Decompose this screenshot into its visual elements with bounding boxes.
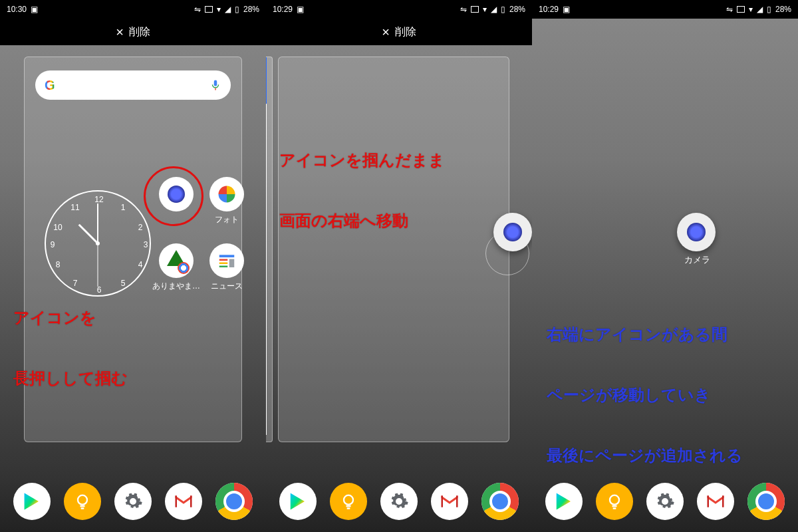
svg-rect-5 <box>229 259 235 268</box>
dock <box>532 483 798 520</box>
app-label: ニュース <box>211 281 243 291</box>
app-label: フォト <box>215 215 239 224</box>
dock-gmail[interactable] <box>165 483 202 520</box>
battery-percent: 28% <box>509 5 525 14</box>
dock-tips[interactable] <box>64 483 101 520</box>
annotation-drag-right: アイコンを掴んだまま 画面の右端へ移動 <box>279 145 445 236</box>
svg-marker-10 <box>557 493 571 510</box>
app-label-camera: カメラ <box>673 254 721 266</box>
screenshot-icon: ▣ <box>31 5 38 14</box>
svg-rect-1 <box>219 255 235 257</box>
status-time: 10:30 <box>7 5 27 14</box>
mic-icon[interactable] <box>209 79 221 91</box>
annotation-longpress: アイコンを 長押しして掴む <box>13 303 128 394</box>
dock-chrome[interactable] <box>215 483 253 520</box>
screenshot-icon: ▣ <box>563 5 570 14</box>
battery-percent: 28% <box>243 5 259 14</box>
dock-settings[interactable] <box>646 483 684 520</box>
battery-icon: ▯ <box>501 5 505 14</box>
nfc-icon: ⇋ <box>460 5 467 14</box>
svg-point-9 <box>344 495 353 505</box>
svg-point-7 <box>78 495 87 505</box>
dock-settings[interactable] <box>380 483 418 520</box>
close-icon: × <box>116 25 124 40</box>
panel-2-drag-to-edge: 10:29 ▣ ⇋ ▾ ◢ ▯ 28% × 削除 アイコンを掴んだまま 画面の右… <box>266 0 532 532</box>
dock-chrome[interactable] <box>747 483 785 520</box>
dock-play-store[interactable] <box>545 483 583 520</box>
svg-rect-0 <box>215 88 216 90</box>
delete-drop-zone[interactable]: × 削除 <box>266 19 532 45</box>
battery-icon: ▯ <box>235 5 239 14</box>
status-bar: 10:30 ▣ ⇋ ▾ ◢ ▯ 28% <box>0 0 266 19</box>
dragging-camera-icon[interactable] <box>493 213 532 251</box>
svg-marker-8 <box>291 493 305 510</box>
dock <box>266 483 532 520</box>
svg-rect-3 <box>219 263 228 265</box>
home-page-preview-empty[interactable] <box>278 57 509 442</box>
news-icon <box>209 243 244 278</box>
svg-rect-2 <box>219 259 228 261</box>
app-label: ありまやま… <box>152 281 200 291</box>
dock-play-store[interactable] <box>279 483 317 520</box>
svg-point-11 <box>610 495 619 505</box>
google-logo-icon: G <box>45 78 55 93</box>
clock-second-hand <box>98 243 98 287</box>
dock-gmail[interactable] <box>431 483 468 520</box>
arima-icon <box>159 243 194 278</box>
vr-icon <box>205 6 213 13</box>
battery-icon: ▯ <box>767 5 771 14</box>
nfc-icon: ⇋ <box>726 5 733 14</box>
dock-play-store[interactable] <box>13 483 51 520</box>
clock-minute-hand <box>97 203 98 243</box>
delete-label: 削除 <box>395 25 416 39</box>
dock-gmail[interactable] <box>697 483 734 520</box>
wifi-icon: ▾ <box>749 5 753 14</box>
screenshot-icon: ▣ <box>297 5 304 14</box>
placed-camera-icon[interactable] <box>677 213 716 251</box>
dock-tips[interactable] <box>596 483 633 520</box>
status-bar: 10:29 ▣ ⇋ ▾ ◢ ▯ 28% <box>266 0 532 19</box>
nfc-icon: ⇋ <box>194 5 201 14</box>
clock-hour-hand <box>78 224 98 244</box>
highlight-circle <box>144 166 203 226</box>
panel-1-longpress: 10:30 ▣ ⇋ ▾ ◢ ▯ 28% × 削除 G 12 1 2 3 4 5 … <box>0 0 266 532</box>
photos-icon <box>209 177 244 211</box>
app-icon-photos[interactable]: フォト <box>203 177 251 225</box>
panel-3-new-page: 10:29 ▣ ⇋ ▾ ◢ ▯ 28% カメラ 右端にアイコンがある間 ページが… <box>532 0 798 532</box>
status-bar: 10:29 ▣ ⇋ ▾ ◢ ▯ 28% <box>532 0 798 19</box>
annotation-page-added: 右端にアイコンがある間 ページが移動していき 最後にページが追加される <box>547 319 743 471</box>
battery-percent: 28% <box>775 5 791 14</box>
dock-tips[interactable] <box>330 483 367 520</box>
dock <box>0 483 266 520</box>
dock-settings[interactable] <box>114 483 152 520</box>
app-icon-news[interactable]: ニュース <box>203 243 251 292</box>
status-time: 10:29 <box>539 5 559 14</box>
status-time: 10:29 <box>273 5 293 14</box>
vr-icon <box>471 6 479 13</box>
previous-page-edge <box>266 57 273 442</box>
analog-clock-widget[interactable]: 12 1 2 3 4 5 6 7 8 9 10 11 <box>45 190 151 297</box>
close-icon: × <box>382 25 390 40</box>
delete-drop-zone[interactable]: × 削除 <box>0 19 266 45</box>
signal-icon: ◢ <box>757 5 763 14</box>
vr-icon <box>737 6 745 13</box>
app-icon-arima[interactable]: ありまやま… <box>152 243 200 292</box>
wifi-icon: ▾ <box>483 5 487 14</box>
svg-rect-4 <box>219 266 228 268</box>
svg-marker-6 <box>25 493 39 510</box>
signal-icon: ◢ <box>225 5 231 14</box>
google-search-widget[interactable]: G <box>35 70 231 100</box>
dock-chrome[interactable] <box>481 483 519 520</box>
delete-label: 削除 <box>129 25 150 39</box>
signal-icon: ◢ <box>491 5 497 14</box>
wifi-icon: ▾ <box>217 5 221 14</box>
